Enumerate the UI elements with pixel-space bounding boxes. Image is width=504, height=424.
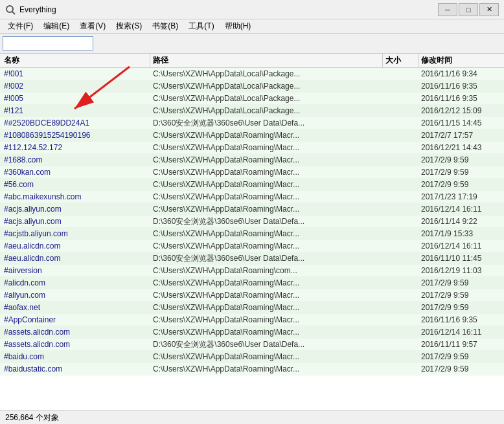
cell-date: 2016/11/11 9:57 bbox=[418, 340, 503, 349]
cell-path: C:\Users\XZWH\AppData\Roaming\Macr... bbox=[150, 180, 383, 189]
cell-name: #360kan.com bbox=[1, 168, 150, 177]
table-row[interactable]: #assets.alicdn.comD:\360安全浏览器\360se6\Use… bbox=[0, 339, 504, 351]
cell-name: #!001 bbox=[1, 69, 150, 78]
menu-help[interactable]: 帮助(H) bbox=[220, 19, 257, 33]
cell-date: 2017/2/9 9:59 bbox=[418, 352, 503, 361]
status-count: 256,664 个对象 bbox=[5, 412, 59, 423]
cell-name: #56.com bbox=[1, 180, 150, 189]
cell-path: C:\Users\XZWH\AppData\Roaming\Macr... bbox=[150, 352, 383, 361]
cell-path: C:\Users\XZWH\AppData\Local\Package... bbox=[150, 69, 383, 78]
table-row[interactable]: ##2520BDCE89DD24A1D:\360安全浏览器\360se6\Use… bbox=[0, 117, 504, 129]
cell-name: #aliyun.com bbox=[1, 291, 150, 300]
cell-path: C:\Users\XZWH\AppData\Roaming\Macr... bbox=[150, 303, 383, 312]
cell-name: #AppContainer bbox=[1, 315, 150, 324]
cell-date: 2016/11/16 9:34 bbox=[418, 69, 503, 78]
menu-file[interactable]: 文件(F) bbox=[3, 19, 38, 33]
cell-date: 2016/12/14 16:11 bbox=[418, 328, 503, 337]
table-row[interactable]: #alicdn.comC:\Users\XZWH\AppData\Roaming… bbox=[0, 277, 504, 289]
menu-edit[interactable]: 编辑(E) bbox=[38, 19, 74, 33]
cell-name: #10808639152541901​96 bbox=[1, 131, 150, 140]
cell-path: D:\360安全浏览器\360se6\User Data\Defa... bbox=[150, 216, 383, 227]
cell-path: C:\Users\XZWH\AppData\Local\Package... bbox=[150, 106, 383, 115]
table-row[interactable]: #aofax.netC:\Users\XZWH\AppData\Roaming\… bbox=[0, 302, 504, 314]
cell-date: 2017/1/23 17:19 bbox=[418, 192, 503, 201]
table-row[interactable]: #aliyun.comC:\Users\XZWH\AppData\Roaming… bbox=[0, 289, 504, 302]
cell-date: 2016/11/16 9:35 bbox=[418, 315, 503, 324]
cell-name: #!121 bbox=[1, 106, 150, 115]
table-row[interactable]: #360kan.comC:\Users\XZWH\AppData\Roaming… bbox=[0, 166, 504, 179]
cell-date: 2017/2/9 9:59 bbox=[418, 303, 503, 312]
table-row[interactable]: #1688.comC:\Users\XZWH\AppData\Roaming\M… bbox=[0, 154, 504, 166]
col-date-header[interactable]: 修改时间 bbox=[418, 54, 503, 67]
table-row[interactable]: #abc.maikexunsh.comC:\Users\XZWH\AppData… bbox=[0, 191, 504, 203]
table-row[interactable]: #acjstb.aliyun.comC:\Users\XZWH\AppData\… bbox=[0, 228, 504, 240]
cell-date: 2016/12/19 11:03 bbox=[418, 266, 503, 275]
cell-date: 2017/2/9 9:59 bbox=[418, 180, 503, 189]
cell-name: #assets.alicdn.com bbox=[1, 340, 150, 349]
cell-name: ##2520BDCE89DD24A1 bbox=[1, 118, 150, 128]
status-bar: 256,664 个对象 bbox=[0, 410, 504, 424]
maximize-button[interactable]: □ bbox=[459, 3, 478, 16]
col-name-header[interactable]: 名称 bbox=[1, 54, 150, 67]
cell-date: 2017/2/9 9:59 bbox=[418, 291, 503, 300]
close-button[interactable]: ✕ bbox=[479, 3, 499, 16]
table-row[interactable]: #aeu.alicdn.comD:\360安全浏览器\360se6\User D… bbox=[0, 252, 504, 265]
window-title: Everything bbox=[19, 5, 438, 14]
table-row[interactable]: #baidustatic.comC:\Users\XZWH\AppData\Ro… bbox=[0, 363, 504, 375]
cell-path: C:\Users\XZWH\AppData\Roaming\Macr... bbox=[150, 155, 383, 164]
cell-name: #baidustatic.com bbox=[1, 364, 150, 374]
cell-path: D:\360安全浏览器\360se6\User Data\Defa... bbox=[150, 118, 383, 129]
minimize-button[interactable]: ─ bbox=[438, 3, 457, 16]
cell-path: C:\Users\XZWH\AppData\Roaming\Macr... bbox=[150, 192, 383, 201]
cell-path: C:\Users\XZWH\AppData\Roaming\Macr... bbox=[150, 168, 383, 177]
cell-path: C:\Users\XZWH\AppData\Local\Package... bbox=[150, 82, 383, 91]
cell-name: #acjs.aliyun.com bbox=[1, 205, 150, 214]
table-row[interactable]: #acjs.aliyun.comC:\Users\XZWH\AppData\Ro… bbox=[0, 203, 504, 216]
search-bar bbox=[0, 34, 504, 54]
search-input[interactable] bbox=[3, 36, 93, 50]
table-row[interactable]: #baidu.comC:\Users\XZWH\AppData\Roaming\… bbox=[0, 351, 504, 363]
menu-tools[interactable]: 工具(T) bbox=[183, 19, 219, 33]
menu-view[interactable]: 查看(V) bbox=[74, 19, 111, 33]
menu-search[interactable]: 搜索(S) bbox=[111, 19, 147, 33]
cell-date: 2016/11/10 11:45 bbox=[418, 254, 503, 263]
cell-name: #aofax.net bbox=[1, 303, 150, 312]
cell-name: #aeu.alicdn.com bbox=[1, 241, 150, 251]
cell-path: C:\Users\XZWH\AppData\Roaming\com... bbox=[150, 266, 383, 275]
cell-path: C:\Users\XZWH\AppData\Roaming\Macr... bbox=[150, 131, 383, 140]
table-row[interactable]: #!002C:\Users\XZWH\AppData\Local\Package… bbox=[0, 80, 504, 93]
table-row[interactable]: #112.124.52.172C:\Users\XZWH\AppData\Roa… bbox=[0, 142, 504, 154]
col-size-header[interactable]: 大小 bbox=[383, 54, 418, 67]
svg-line-1 bbox=[12, 12, 15, 14]
title-bar: Everything ─ □ ✕ bbox=[0, 0, 504, 19]
main-content: 名称 路径 大小 修改时间 #!001C:\Users\XZWH\AppData… bbox=[0, 54, 504, 410]
cell-date: 2016/11/15 14:45 bbox=[418, 118, 503, 128]
cell-name: #acjstb.aliyun.com bbox=[1, 229, 150, 238]
cell-path: D:\360安全浏览器\360se6\User Data\Defa... bbox=[150, 339, 383, 350]
table-row[interactable]: #56.comC:\Users\XZWH\AppData\Roaming\Mac… bbox=[0, 179, 504, 191]
menu-bookmarks[interactable]: 书签(B) bbox=[147, 19, 183, 33]
table-row[interactable]: #!005C:\Users\XZWH\AppData\Local\Package… bbox=[0, 93, 504, 105]
cell-path: C:\Users\XZWH\AppData\Local\Package... bbox=[150, 94, 383, 103]
table-row[interactable]: #10808639152541901​96C:\Users\XZWH\AppDa… bbox=[0, 129, 504, 142]
app-icon bbox=[5, 5, 16, 15]
cell-date: 2016/12/12 15:09 bbox=[418, 106, 503, 115]
col-path-header[interactable]: 路径 bbox=[150, 54, 383, 67]
cell-path: C:\Users\XZWH\AppData\Roaming\Macr... bbox=[150, 241, 383, 251]
table-row[interactable]: #!001C:\Users\XZWH\AppData\Local\Package… bbox=[0, 68, 504, 80]
cell-name: #airversion bbox=[1, 266, 150, 275]
table-row[interactable]: #acjs.aliyun.comD:\360安全浏览器\360se6\User … bbox=[0, 216, 504, 228]
table-row[interactable]: #assets.alicdn.comC:\Users\XZWH\AppData\… bbox=[0, 326, 504, 339]
cell-name: #acjs.aliyun.com bbox=[1, 217, 150, 226]
cell-name: #baidu.com bbox=[1, 352, 150, 361]
menu-bar: 文件(F) 编辑(E) 查看(V) 搜索(S) 书签(B) 工具(T) 帮助(H… bbox=[0, 19, 504, 34]
cell-name: #alicdn.com bbox=[1, 278, 150, 287]
file-list[interactable]: #!001C:\Users\XZWH\AppData\Local\Package… bbox=[0, 68, 504, 410]
cell-path: C:\Users\XZWH\AppData\Roaming\Macr... bbox=[150, 315, 383, 324]
table-row[interactable]: #!121C:\Users\XZWH\AppData\Local\Package… bbox=[0, 105, 504, 117]
cell-path: C:\Users\XZWH\AppData\Roaming\Macr... bbox=[150, 364, 383, 374]
table-row[interactable]: #AppContainerC:\Users\XZWH\AppData\Roami… bbox=[0, 314, 504, 326]
table-row[interactable]: #airversionC:\Users\XZWH\AppData\Roaming… bbox=[0, 265, 504, 277]
table-row[interactable]: #aeu.alicdn.comC:\Users\XZWH\AppData\Roa… bbox=[0, 240, 504, 252]
cell-path: D:\360安全浏览器\360se6\User Data\Defa... bbox=[150, 253, 383, 264]
